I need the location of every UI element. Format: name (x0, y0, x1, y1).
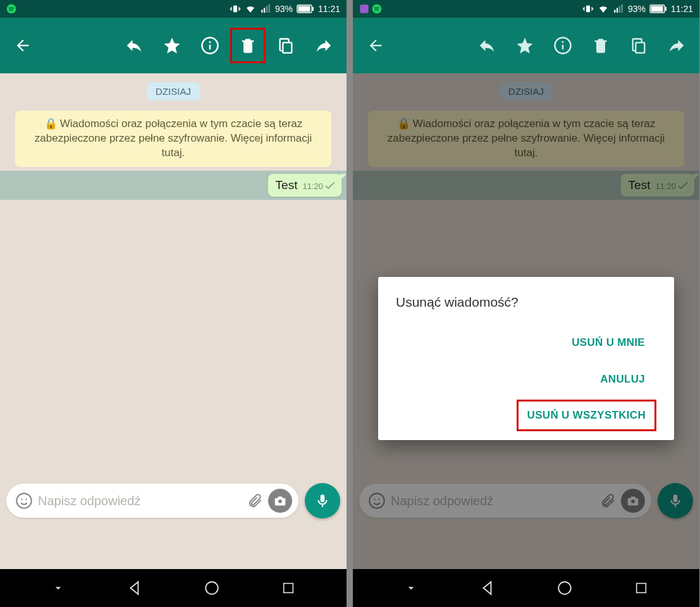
android-nav-bar (353, 569, 699, 607)
date-separator: DZISIAJ (147, 82, 200, 101)
svg-point-31 (562, 41, 564, 43)
chat-area[interactable]: DZISIAJ 🔒Wiadomości oraz połączenia w ty… (0, 73, 347, 569)
android-nav-bar (0, 569, 347, 607)
svg-rect-3 (264, 8, 265, 13)
svg-rect-21 (586, 6, 590, 13)
nav-collapse[interactable] (392, 569, 430, 607)
nav-home[interactable] (193, 569, 231, 607)
cancel-button[interactable]: ANULUJ (589, 363, 656, 396)
signal-icon (613, 3, 624, 15)
svg-rect-28 (665, 7, 666, 11)
delete-button[interactable] (230, 28, 266, 63)
star-button[interactable] (507, 28, 543, 63)
clock: 11:21 (671, 4, 693, 14)
back-button[interactable] (5, 28, 40, 63)
wifi-icon (245, 3, 256, 15)
emoji-icon[interactable] (15, 492, 33, 510)
svg-rect-22 (614, 10, 615, 13)
notification-icon (359, 4, 369, 14)
svg-rect-7 (298, 6, 310, 12)
spotify-icon (6, 4, 16, 14)
delete-button[interactable] (583, 28, 618, 63)
svg-rect-32 (636, 42, 644, 52)
info-button[interactable] (192, 28, 228, 63)
spotify-icon (372, 4, 382, 14)
voice-message-button[interactable] (305, 483, 340, 518)
svg-rect-12 (283, 42, 292, 52)
selected-message-row[interactable]: Test 11:20 (0, 171, 347, 200)
reply-button[interactable] (469, 28, 505, 63)
dialog-title: Usunąć wiadomość? (396, 295, 656, 310)
selection-toolbar (0, 18, 347, 73)
forward-button[interactable] (659, 28, 694, 63)
back-button[interactable] (358, 28, 393, 63)
copy-button[interactable] (621, 28, 656, 63)
phone-screenshot-left: 93% 11:21 DZISIAJ 🔒Wiadomości oraz połąc… (0, 0, 347, 607)
svg-rect-23 (617, 8, 618, 13)
svg-rect-18 (284, 584, 293, 593)
clock: 11:21 (318, 4, 340, 14)
nav-back[interactable] (469, 569, 507, 607)
lock-icon: 🔒 (44, 118, 58, 130)
svg-rect-5 (268, 4, 269, 13)
message-input[interactable]: Napisz odpowiedź (6, 484, 298, 518)
svg-rect-8 (312, 7, 314, 11)
copy-button[interactable] (268, 28, 304, 63)
encryption-text: Wiadomości oraz połączenia w tym czacie … (35, 118, 312, 159)
svg-point-13 (16, 493, 31, 508)
battery-pct: 93% (628, 4, 646, 14)
vibrate-icon (230, 3, 241, 15)
message-input-bar: Napisz odpowiedź (0, 478, 347, 524)
encryption-notice[interactable]: 🔒Wiadomości oraz połączenia w tym czacie… (15, 111, 331, 167)
nav-home[interactable] (546, 569, 584, 607)
signal-icon (260, 3, 271, 15)
svg-point-15 (25, 499, 27, 500)
info-button[interactable] (545, 28, 580, 63)
svg-point-14 (21, 499, 22, 500)
svg-rect-19 (360, 4, 368, 13)
vibrate-icon (582, 3, 594, 15)
message-text: Test (276, 178, 298, 192)
svg-point-17 (206, 582, 218, 594)
svg-rect-4 (266, 6, 267, 13)
forward-button[interactable] (306, 28, 341, 63)
svg-rect-2 (261, 10, 262, 13)
phone-screenshot-right: 93% 11:21 DZISIAJ 🔒Wiadomości oraz połąc… (353, 0, 699, 607)
battery-icon (297, 4, 314, 13)
wifi-icon (598, 3, 609, 15)
sent-check-icon (325, 182, 335, 190)
svg-point-11 (209, 41, 211, 43)
battery-icon (649, 4, 667, 13)
svg-point-37 (558, 582, 571, 594)
camera-icon[interactable] (268, 489, 292, 513)
delete-for-me-button[interactable]: USUŃ U MNIE (560, 326, 656, 359)
status-bar: 93% 11:21 (353, 0, 699, 18)
outgoing-message-bubble[interactable]: Test 11:20 (268, 174, 341, 197)
battery-pct: 93% (275, 4, 293, 14)
svg-rect-24 (619, 6, 620, 13)
nav-collapse[interactable] (39, 569, 77, 607)
svg-rect-38 (637, 584, 646, 593)
attach-icon[interactable] (247, 493, 263, 509)
nav-back[interactable] (116, 569, 154, 607)
status-bar: 93% 11:21 (0, 0, 347, 18)
selection-toolbar (353, 18, 699, 73)
chat-area: DZISIAJ 🔒Wiadomości oraz połączenia w ty… (353, 73, 699, 569)
nav-recent[interactable] (622, 569, 660, 607)
svg-rect-1 (233, 6, 237, 13)
svg-rect-27 (651, 6, 663, 12)
star-button[interactable] (154, 28, 190, 63)
reply-button[interactable] (116, 28, 152, 63)
delete-message-dialog: Usunąć wiadomość? USUŃ U MNIE ANULUJ USU… (378, 277, 674, 440)
delete-for-everyone-button[interactable]: USUŃ U WSZYSTKICH (517, 400, 656, 431)
svg-rect-25 (621, 4, 622, 13)
svg-point-16 (278, 500, 282, 503)
input-placeholder: Napisz odpowiedź (38, 494, 242, 508)
nav-recent[interactable] (269, 569, 307, 607)
message-time: 11:20 (302, 181, 323, 191)
